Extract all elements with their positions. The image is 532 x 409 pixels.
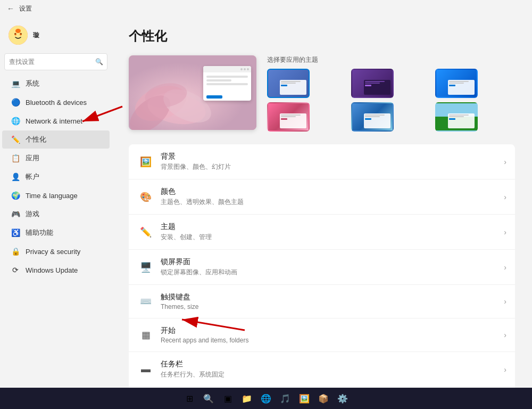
theme-thumb-4[interactable]	[267, 102, 310, 132]
sidebar-network-icon: 🌐	[11, 116, 20, 126]
sidebar-personalization-icon: ✏️	[11, 135, 20, 144]
settings-background-icon: 🖼️	[137, 153, 154, 170]
back-button[interactable]: ←	[6, 4, 15, 13]
theme-section: 选择要应用的主题	[129, 55, 515, 132]
settings-touch-keyboard-title: 触摸键盘	[161, 292, 504, 302]
settings-lockscreen-chevron: ›	[504, 263, 506, 272]
avatar	[9, 26, 28, 45]
sidebar-bluetooth-icon: 🔵	[11, 97, 20, 107]
taskbar: ⊞🔍▣📁🌐🎵🖼️📦⚙️	[0, 388, 532, 409]
settings-theme-text: 主题安装、创建、管理	[161, 222, 504, 242]
sidebar-item-time[interactable]: 🌍Time & language	[2, 186, 110, 204]
sidebar-item-update[interactable]: ⟳Windows Update	[2, 261, 110, 279]
settings-item-color[interactable]: 🎨颜色主题色、透明效果、颜色主题›	[129, 179, 515, 215]
settings-item-touch-keyboard[interactable]: ⌨️触摸键盘Themes, size›	[129, 285, 515, 318]
theme-grid	[267, 69, 515, 132]
settings-taskbar-chevron: ›	[504, 365, 506, 374]
settings-lockscreen-icon: 🖥️	[137, 259, 154, 276]
sidebar-accounts-label: 帐户	[26, 172, 39, 182]
theme-grid-label: 选择要应用的主题	[267, 55, 515, 64]
taskbar-icon-4[interactable]: 🌐	[259, 391, 273, 406]
sidebar-username: 璇	[33, 31, 39, 40]
sidebar-item-accessibility[interactable]: ♿辅助功能	[2, 224, 110, 242]
sidebar-user: 璇	[0, 21, 112, 53]
sidebar-accessibility-label: 辅助功能	[26, 228, 53, 238]
sidebar-system-icon: 💻	[11, 79, 20, 88]
settings-background-desc: 背景图像、颜色、幻灯片	[161, 162, 504, 171]
sidebar-item-network[interactable]: 🌐Network & internet	[2, 112, 110, 130]
settings-theme-title: 主题	[161, 222, 504, 232]
sidebar-time-label: Time & language	[26, 192, 78, 200]
settings-taskbar-icon: ▬	[137, 361, 154, 378]
search-icon: 🔍	[95, 58, 103, 66]
settings-start-title: 开始	[161, 326, 504, 336]
taskbar-icon-8[interactable]: ⚙️	[335, 391, 350, 406]
main-content: 个性化	[112, 17, 532, 388]
sidebar-item-gaming[interactable]: 🎮游戏	[2, 205, 110, 223]
theme-thumb-3[interactable]	[435, 69, 478, 98]
theme-preview	[129, 55, 256, 130]
settings-item-taskbar[interactable]: ▬任务栏任务栏行为、系统固定›	[129, 352, 515, 387]
app-container: 璇 🔍 💻系统🔵Bluetooth & devices🌐Network & in…	[0, 17, 532, 388]
settings-color-icon: 🎨	[137, 189, 154, 206]
settings-background-title: 背景	[161, 152, 504, 161]
theme-grid-section: 选择要应用的主题	[267, 55, 515, 132]
settings-item-start[interactable]: ▦开始Recent apps and items, folders›	[129, 318, 515, 352]
settings-start-chevron: ›	[504, 331, 506, 339]
svg-point-3	[15, 34, 16, 35]
settings-item-background[interactable]: 🖼️背景背景图像、颜色、幻灯片›	[129, 144, 515, 179]
settings-lockscreen-title: 锁屏界面	[161, 257, 504, 267]
settings-touch-keyboard-desc: Themes, size	[161, 303, 504, 310]
settings-taskbar-title: 任务栏	[161, 359, 504, 369]
settings-lockscreen-text: 锁屏界面锁定屏幕图像、应用和动画	[161, 257, 504, 277]
sidebar-privacy-label: Privacy & security	[26, 248, 80, 256]
settings-taskbar-desc: 任务栏行为、系统固定	[161, 370, 504, 379]
theme-thumb-6[interactable]	[435, 102, 478, 132]
sidebar-gaming-icon: 🎮	[11, 209, 20, 219]
title-bar: ← 设置	[0, 0, 532, 17]
settings-list: 🖼️背景背景图像、颜色、幻灯片›🎨颜色主题色、透明效果、颜色主题›✏️主题安装、…	[129, 144, 515, 388]
settings-item-theme[interactable]: ✏️主题安装、创建、管理›	[129, 215, 515, 250]
taskbar-icon-0[interactable]: ⊞	[182, 391, 197, 406]
sidebar-update-icon: ⟳	[11, 265, 20, 275]
settings-start-desc: Recent apps and items, folders	[161, 337, 504, 344]
settings-background-chevron: ›	[504, 158, 506, 166]
taskbar-icon-1[interactable]: 🔍	[201, 391, 216, 406]
settings-theme-icon: ✏️	[137, 224, 154, 241]
sidebar-item-privacy[interactable]: 🔒Privacy & security	[2, 242, 110, 260]
sidebar-apps-label: 应用	[26, 153, 39, 163]
sidebar-update-label: Windows Update	[26, 266, 78, 274]
sidebar-item-apps[interactable]: 📋应用	[2, 149, 110, 167]
sidebar-time-icon: 🌍	[11, 191, 20, 200]
taskbar-icon-7[interactable]: 📦	[316, 391, 331, 406]
search-input[interactable]	[4, 53, 107, 70]
settings-touch-keyboard-chevron: ›	[504, 297, 506, 306]
settings-background-text: 背景背景图像、颜色、幻灯片	[161, 152, 504, 171]
sidebar-accessibility-icon: ♿	[11, 228, 20, 238]
sidebar-nav: 💻系统🔵Bluetooth & devices🌐Network & intern…	[0, 75, 112, 279]
svg-point-4	[21, 34, 22, 35]
sidebar-item-personalization[interactable]: ✏️个性化	[2, 130, 110, 149]
settings-theme-chevron: ›	[504, 228, 506, 236]
taskbar-icon-6[interactable]: 🖼️	[297, 391, 312, 406]
settings-touch-keyboard-text: 触摸键盘Themes, size	[161, 292, 504, 310]
sidebar-item-accounts[interactable]: 👤帐户	[2, 168, 110, 186]
theme-thumb-1[interactable]	[267, 69, 310, 98]
sidebar-system-label: 系统	[26, 79, 39, 88]
theme-preview-window	[203, 66, 251, 101]
settings-touch-keyboard-icon: ⌨️	[137, 293, 154, 310]
settings-theme-desc: 安装、创建、管理	[161, 233, 504, 242]
taskbar-icon-3[interactable]: 📁	[239, 391, 254, 406]
sidebar-bluetooth-label: Bluetooth & devices	[26, 99, 87, 107]
sidebar-privacy-icon: 🔒	[11, 247, 20, 256]
settings-item-lockscreen[interactable]: 🖥️锁屏界面锁定屏幕图像、应用和动画›	[129, 250, 515, 285]
sidebar-item-bluetooth[interactable]: 🔵Bluetooth & devices	[2, 93, 110, 111]
taskbar-icon-5[interactable]: 🎵	[278, 391, 293, 406]
theme-thumb-5[interactable]	[351, 102, 394, 132]
settings-color-desc: 主题色、透明效果、颜色主题	[161, 198, 504, 207]
theme-thumb-2[interactable]	[351, 69, 394, 98]
page-title: 个性化	[129, 28, 515, 45]
sidebar-item-system[interactable]: 💻系统	[2, 75, 110, 93]
taskbar-icon-2[interactable]: ▣	[220, 391, 235, 406]
settings-lockscreen-desc: 锁定屏幕图像、应用和动画	[161, 268, 504, 277]
